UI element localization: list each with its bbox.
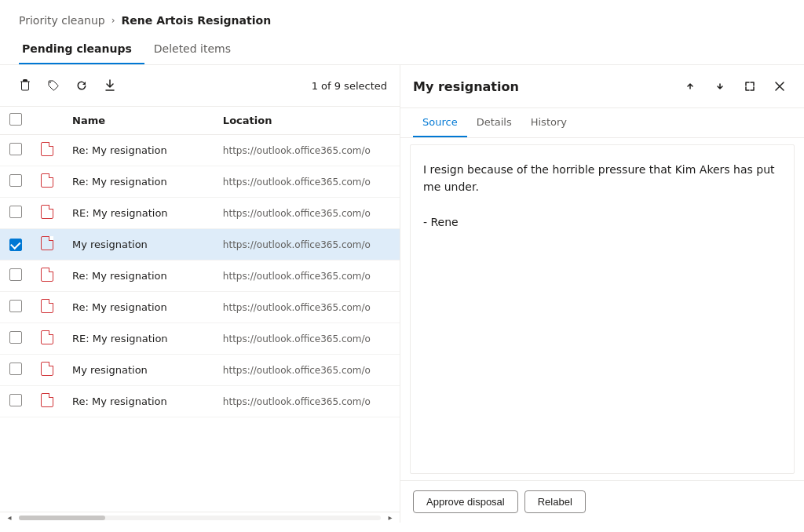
breadcrumb: Priority cleanup › Rene Artois Resignati… bbox=[0, 0, 804, 35]
col-location: Location bbox=[214, 107, 400, 135]
selection-count: 1 of 9 selected bbox=[312, 80, 387, 92]
row-checkbox-8[interactable] bbox=[9, 363, 22, 375]
row-name: Re: My resignation bbox=[63, 261, 214, 292]
row-name: Re: My resignation bbox=[63, 135, 214, 166]
scroll-right-arrow[interactable]: ▸ bbox=[384, 512, 397, 523]
breadcrumb-current: Rene Artois Resignation bbox=[122, 14, 272, 27]
relabel-toolbar-button[interactable] bbox=[41, 73, 66, 98]
relabel-button[interactable]: Relabel bbox=[524, 490, 586, 513]
row-checkbox-9[interactable] bbox=[9, 394, 22, 406]
row-checkbox-2[interactable] bbox=[9, 174, 22, 187]
tab-pending-cleanups[interactable]: Pending cleanups bbox=[19, 35, 144, 64]
preview-tab-source[interactable]: Source bbox=[413, 108, 467, 137]
tabs-bar: Pending cleanups Deleted items bbox=[0, 35, 804, 65]
table-row[interactable]: RE: My resignation https://outlook.offic… bbox=[0, 323, 400, 355]
row-checkbox-7[interactable] bbox=[9, 331, 22, 344]
file-icon bbox=[41, 236, 53, 250]
row-location: https://outlook.office365.com/o bbox=[214, 355, 400, 386]
file-icon bbox=[41, 173, 53, 188]
table-row[interactable]: RE: My resignation https://outlook.offic… bbox=[0, 198, 400, 229]
scroll-thumb[interactable] bbox=[19, 516, 105, 520]
row-name: RE: My resignation bbox=[63, 198, 214, 229]
file-icon bbox=[41, 330, 53, 344]
row-location: https://outlook.office365.com/o bbox=[214, 229, 400, 261]
preview-down-button[interactable] bbox=[708, 75, 732, 98]
horizontal-scrollbar[interactable]: ◂ ▸ bbox=[0, 512, 400, 523]
table-row[interactable]: My resignation https://outlook.office365… bbox=[0, 355, 400, 386]
file-icon bbox=[41, 393, 53, 407]
preview-header: My resignation bbox=[400, 65, 804, 108]
row-name: Re: My resignation bbox=[63, 292, 214, 323]
table-row[interactable]: Re: My resignation https://outlook.offic… bbox=[0, 386, 400, 417]
preview-title: My resignation bbox=[413, 79, 672, 94]
row-checkbox-5[interactable] bbox=[9, 268, 22, 281]
row-name: RE: My resignation bbox=[63, 323, 214, 355]
preview-tabs: Source Details History bbox=[400, 108, 804, 138]
row-checkbox-3[interactable] bbox=[9, 206, 22, 218]
breadcrumb-separator: › bbox=[111, 15, 115, 26]
table-row[interactable]: My resignation https://outlook.office365… bbox=[0, 229, 400, 261]
table-row[interactable]: Re: My resignation https://outlook.offic… bbox=[0, 135, 400, 166]
col-name: Name bbox=[63, 107, 214, 135]
tab-deleted-items[interactable]: Deleted items bbox=[151, 35, 243, 64]
file-icon bbox=[41, 268, 53, 282]
toolbar: 1 of 9 selected bbox=[0, 65, 400, 107]
row-location: https://outlook.office365.com/o bbox=[214, 261, 400, 292]
breadcrumb-parent[interactable]: Priority cleanup bbox=[19, 14, 105, 27]
items-table: Name Location Re: My resignation https:/… bbox=[0, 107, 400, 417]
preview-footer: Approve disposal Relabel bbox=[400, 480, 804, 523]
row-location: https://outlook.office365.com/o bbox=[214, 198, 400, 229]
refresh-button[interactable] bbox=[69, 73, 94, 98]
scroll-track[interactable] bbox=[19, 516, 381, 520]
row-location: https://outlook.office365.com/o bbox=[214, 323, 400, 355]
row-checkbox-6[interactable] bbox=[9, 300, 22, 312]
table-row[interactable]: Re: My resignation https://outlook.offic… bbox=[0, 261, 400, 292]
row-location: https://outlook.office365.com/o bbox=[214, 166, 400, 198]
row-checkbox-4[interactable] bbox=[9, 239, 22, 251]
file-icon bbox=[41, 142, 53, 156]
preview-close-button[interactable] bbox=[768, 75, 791, 98]
file-icon bbox=[41, 299, 53, 313]
file-icon bbox=[41, 362, 53, 376]
row-name: My resignation bbox=[63, 355, 214, 386]
download-button[interactable] bbox=[97, 73, 122, 98]
row-location: https://outlook.office365.com/o bbox=[214, 135, 400, 166]
preview-up-button[interactable] bbox=[678, 75, 702, 98]
preview-expand-button[interactable] bbox=[738, 75, 762, 98]
main-layout: 1 of 9 selected Name Location bbox=[0, 65, 804, 523]
row-checkbox-1[interactable] bbox=[9, 143, 22, 155]
scroll-left-arrow[interactable]: ◂ bbox=[3, 512, 16, 523]
left-panel: 1 of 9 selected Name Location bbox=[0, 65, 400, 523]
select-all-checkbox[interactable] bbox=[9, 113, 22, 126]
row-location: https://outlook.office365.com/o bbox=[214, 292, 400, 323]
approve-disposal-button[interactable]: Approve disposal bbox=[413, 490, 518, 513]
row-name: Re: My resignation bbox=[63, 386, 214, 417]
table-container: Name Location Re: My resignation https:/… bbox=[0, 107, 400, 512]
right-panel: My resignation bbox=[400, 65, 804, 523]
preview-tab-history[interactable]: History bbox=[521, 108, 576, 137]
row-name: My resignation bbox=[63, 229, 214, 261]
file-icon bbox=[41, 205, 53, 219]
table-row[interactable]: Re: My resignation https://outlook.offic… bbox=[0, 166, 400, 198]
preview-tab-details[interactable]: Details bbox=[467, 108, 521, 137]
delete-button[interactable] bbox=[13, 73, 38, 98]
table-row[interactable]: Re: My resignation https://outlook.offic… bbox=[0, 292, 400, 323]
preview-content: I resign because of the horrible pressur… bbox=[410, 144, 795, 474]
row-location: https://outlook.office365.com/o bbox=[214, 386, 400, 417]
row-name: Re: My resignation bbox=[63, 166, 214, 198]
